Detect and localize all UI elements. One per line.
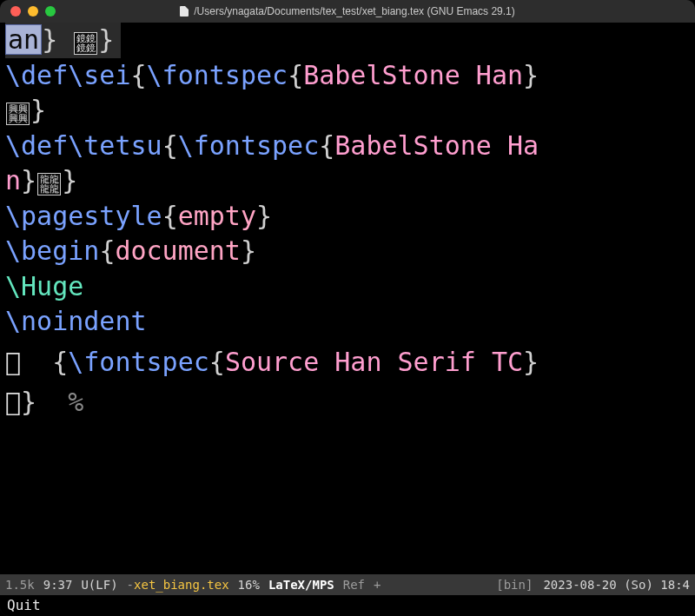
tex-comment: % [68,387,83,417]
window-title-text: /Users/ynagata/Documents/tex_test/xet_bi… [194,5,515,17]
tex-command: \fontspec [178,130,320,161]
traffic-lights [10,6,56,17]
minibuffer-message: Quit [7,597,41,613]
cjk-glyph: 𰻞 [5,387,21,417]
code-line[interactable]: an} 鏡鏡 鏡鏡 } [5,23,693,58]
ml-time: 9:37 [43,578,73,592]
cjk-glyph: 𰻞 [5,347,21,377]
ml-size: 1.5k [5,578,35,592]
tex-command: \noindent [5,306,147,336]
titlebar: /Users/ynagata/Documents/tex_test/xet_bi… [0,0,695,23]
tofu-glyph-icon: 龍龍 龍龍 [37,173,61,195]
code-line[interactable]: 𰻞} % [5,385,693,421]
code-line[interactable]: n} 龍龍 龍龍 } [5,163,693,199]
tofu-glyph-icon: 興興 興興 [6,103,30,125]
font-name: Source Han Serif TC [225,347,523,377]
tex-command: \pagestyle [5,201,162,231]
editor-area[interactable]: an} 鏡鏡 鏡鏡 } \def\sei{\fontspec{BabelSton… [0,23,695,574]
tex-command: \fontspec [147,60,288,90]
code-line[interactable]: 興興 興興 } [5,93,693,129]
emacs-window: /Users/ynagata/Documents/tex_test/xet_bi… [0,0,695,616]
document-icon [180,6,189,17]
code-line[interactable]: \begin{document} [5,234,693,269]
selection-fragment[interactable]: an [5,24,42,55]
mode-line[interactable]: 1.5k 9:37 U(LF) -xet_biang.tex 16% LaTeX… [0,574,695,595]
code-line[interactable]: 𰻞 {\fontspec{Source Han Serif TC} [5,345,693,381]
ml-buffer-name[interactable]: xet_biang.tex [134,578,229,592]
code-line[interactable]: \def\tetsu{\fontspec{BabelStone Ha [5,129,693,164]
code-line[interactable]: \pagestyle{empty} [5,199,693,235]
tex-command: \def [5,130,68,161]
font-name: BabelStone Ha [334,130,539,161]
tex-command: \fontspec [68,347,209,377]
zoom-icon[interactable] [45,6,56,17]
window-title: /Users/ynagata/Documents/tex_test/xet_bi… [180,5,515,17]
ml-position: 16% [238,578,260,592]
ml-date: 2023-08-20 (So) 18:4 [543,578,690,592]
tex-command: \begin [5,235,99,266]
tofu-glyph-icon: 鏡鏡 鏡鏡 [74,32,97,55]
ml-bin: [bin] [496,578,533,592]
tex-command: \def [5,60,68,90]
code-line[interactable]: \def\sei{\fontspec{BabelStone Han} [5,58,693,94]
minimize-icon[interactable] [28,6,38,17]
ml-encoding: U(LF) [81,578,117,592]
ml-modified: + [374,578,381,592]
minibuffer[interactable]: Quit [0,595,695,616]
ml-ref: Ref [343,578,365,592]
tex-command: \sei [68,60,130,90]
tex-command: \tetsu [68,130,162,161]
code-line[interactable]: \noindent [5,304,693,340]
code-line[interactable]: \Huge [5,269,693,305]
ml-major-mode[interactable]: LaTeX/MPS [268,578,334,592]
font-name: BabelStone Han [303,60,523,90]
close-icon[interactable] [10,6,21,17]
tex-command: \Huge [5,271,83,301]
